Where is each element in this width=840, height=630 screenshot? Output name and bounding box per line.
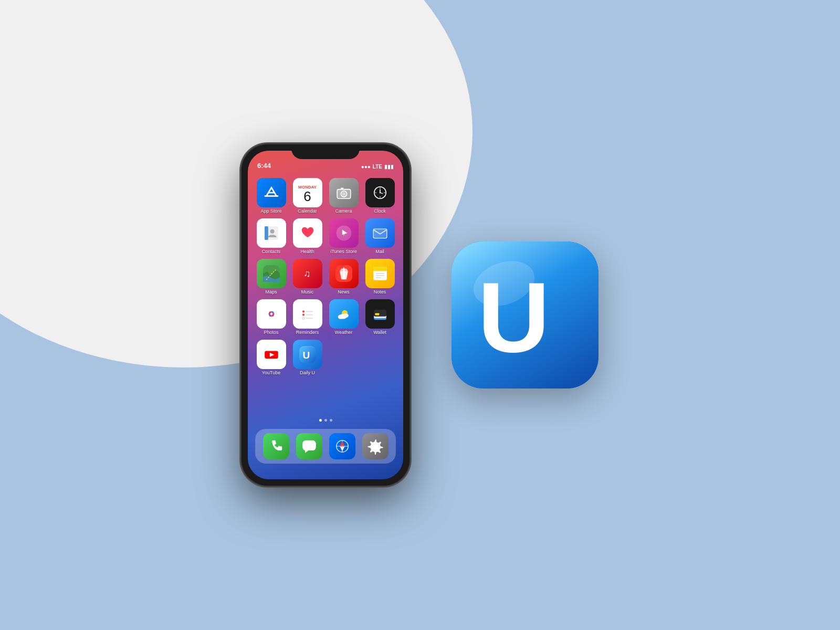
app-item-wallet[interactable]: Wallet (364, 299, 396, 335)
app-icon-mail (365, 218, 395, 248)
svg-rect-59 (302, 440, 316, 450)
dot-2 (324, 419, 327, 422)
app-icon-clock (365, 178, 395, 207)
svg-text:♫: ♫ (303, 268, 310, 279)
app-icon-wallet (365, 299, 395, 329)
dot-1 (319, 419, 322, 422)
app-item-news[interactable]: News (328, 259, 360, 295)
app-item-reminders[interactable]: Reminders (291, 299, 323, 335)
u-logo-container: U (452, 242, 598, 388)
svg-rect-14 (265, 226, 268, 240)
app-label-dailyu: Daily U (300, 371, 315, 376)
app-icon-camera (329, 178, 359, 207)
app-item-youtube[interactable]: YouTube (255, 340, 287, 376)
app-label-news: News (338, 290, 350, 295)
app-label-camera: Camera (335, 209, 352, 214)
app-item-photos[interactable]: Photos (255, 299, 287, 335)
dock-safari[interactable] (329, 433, 355, 459)
app-icon-calendar: Monday 6 (293, 178, 322, 207)
app-label-calendar: Calendar (298, 209, 317, 214)
app-icon-photos (257, 299, 286, 329)
app-item-appstore[interactable]: App Store (255, 178, 287, 214)
svg-point-40 (302, 310, 304, 312)
app-icon-notes (365, 259, 395, 288)
dock (255, 429, 396, 464)
app-item-clock[interactable]: Clock (364, 178, 396, 214)
dock-phone[interactable] (263, 433, 289, 459)
status-icons: ●●● LTE ▮▮▮ (361, 164, 394, 170)
app-item-music[interactable]: ♫ Music (291, 259, 323, 295)
app-icon-news (329, 259, 359, 288)
app-icon-weather (329, 299, 359, 329)
page-dots (248, 419, 403, 422)
app-label-health: Health (300, 249, 314, 255)
app-item-maps[interactable]: Maps (255, 259, 287, 295)
app-label-appstore: App Store (260, 209, 281, 214)
main-content: 6:44 ●●● LTE ▮▮▮ (242, 144, 598, 486)
app-label-mail: Mail (375, 249, 384, 255)
app-label-youtube: YouTube (262, 371, 280, 376)
app-icon-youtube (257, 340, 286, 369)
app-label-wallet: Wallet (373, 330, 386, 335)
app-label-notes: Notes (374, 290, 386, 295)
iphone-notch (291, 144, 360, 159)
iphone-mockup: 6:44 ●●● LTE ▮▮▮ (242, 144, 410, 486)
app-icon-contacts (257, 218, 286, 248)
dock-safari-icon (329, 433, 355, 459)
app-icon-itunes: ♪ (329, 218, 359, 248)
battery-icon: ▮▮▮ (384, 164, 394, 170)
svg-marker-60 (305, 450, 308, 453)
app-icon-maps (257, 259, 286, 288)
signal-icon: ●●● (361, 164, 371, 170)
dock-messages[interactable] (296, 433, 322, 459)
app-item-calendar[interactable]: Monday 6 Calendar (291, 178, 323, 214)
svg-point-2 (342, 192, 345, 195)
app-item-contacts[interactable]: Contacts (255, 218, 287, 255)
app-icon-reminders (293, 299, 322, 329)
status-time: 6:44 (257, 162, 271, 170)
app-label-itunes: iTunes Store (330, 249, 357, 255)
dock-phone-icon (263, 433, 289, 459)
app-grid: App Store Monday 6 Calendar (255, 176, 396, 377)
calendar-date: 6 (303, 190, 311, 203)
app-label-photos: Photos (264, 330, 278, 335)
app-label-weather: Weather (335, 330, 353, 335)
svg-point-11 (379, 192, 380, 193)
svg-point-38 (270, 312, 272, 315)
app-item-notes[interactable]: Notes (364, 259, 396, 295)
app-label-maps: Maps (265, 290, 277, 295)
app-label-music: Music (301, 290, 314, 295)
svg-point-48 (342, 313, 348, 318)
svg-text:U: U (302, 350, 310, 361)
svg-rect-3 (341, 187, 343, 189)
dock-messages-icon (296, 433, 322, 459)
u-logo: U (452, 242, 598, 388)
app-label-clock: Clock (374, 209, 386, 214)
svg-point-49 (338, 314, 343, 319)
app-icon-music: ♫ (293, 259, 322, 288)
app-item-dailyu[interactable]: U Daily U (291, 340, 323, 376)
iphone-screen: 6:44 ●●● LTE ▮▮▮ (248, 151, 403, 479)
app-icon-health (293, 218, 322, 248)
dot-3 (330, 419, 332, 422)
svg-point-15 (270, 229, 274, 234)
svg-rect-25 (373, 269, 387, 271)
svg-rect-53 (375, 313, 379, 315)
app-icon-appstore (257, 178, 286, 207)
svg-point-42 (302, 313, 304, 316)
app-label-contacts: Contacts (262, 249, 281, 255)
app-item-mail[interactable]: Mail (364, 218, 396, 255)
app-item-itunes[interactable]: ♪ iTunes Store (328, 218, 360, 255)
app-item-health[interactable]: Health (291, 218, 323, 255)
svg-text:♪: ♪ (343, 233, 344, 236)
carrier-label: LTE (373, 164, 382, 170)
svg-rect-39 (299, 306, 316, 322)
dock-settings[interactable] (362, 433, 388, 459)
app-icon-dailyu: U (293, 340, 322, 369)
dock-settings-icon (362, 433, 388, 459)
app-item-camera[interactable]: Camera (328, 178, 360, 214)
app-item-weather[interactable]: Weather (328, 299, 360, 335)
app-label-reminders: Reminders (296, 330, 319, 335)
